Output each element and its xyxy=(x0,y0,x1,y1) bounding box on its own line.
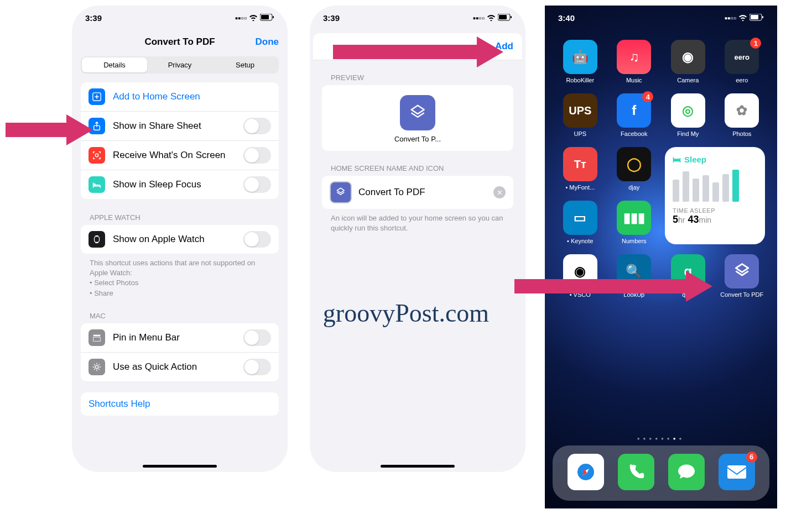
status-time: 3:39 xyxy=(323,13,340,23)
app-icon: ▮▮▮ xyxy=(617,201,651,235)
dock-messages[interactable] xyxy=(668,454,705,493)
status-bar: 3:39 ▪▪▫▫ xyxy=(310,6,525,30)
receive-toggle[interactable] xyxy=(243,147,271,164)
app-label: eero xyxy=(719,77,766,83)
apple-watch-row[interactable]: Show on Apple Watch xyxy=(81,225,279,254)
sleep-label: Show in Sleep Focus xyxy=(113,179,236,190)
status-bar: 3:39 ▪▪▫▫ xyxy=(72,6,288,30)
add-button[interactable]: Add xyxy=(495,41,513,52)
status-bar: 3:40 ▪▪▫▫ xyxy=(545,6,777,30)
share-sheet-row[interactable]: Show in Share Sheet xyxy=(81,112,279,141)
app-music[interactable]: ♫Music xyxy=(611,40,658,83)
receive-row[interactable]: Receive What's On Screen xyxy=(81,141,279,170)
quick-toggle[interactable] xyxy=(243,359,271,375)
menubar-icon xyxy=(89,329,105,346)
sleep-toggle[interactable] xyxy=(243,176,271,193)
app-eero[interactable]: eero1eero xyxy=(719,40,766,83)
done-button[interactable]: Done xyxy=(256,36,279,48)
sleep-focus-row[interactable]: Show in Sleep Focus xyxy=(81,170,279,199)
name-header: HOME SCREEN NAME AND ICON xyxy=(313,161,522,176)
badge: 1 xyxy=(750,38,761,49)
app-photos[interactable]: ✿Photos xyxy=(719,93,766,137)
svg-rect-2 xyxy=(273,16,274,18)
app-djay[interactable]: ◯djay xyxy=(611,147,658,191)
app-icon: Tт xyxy=(563,147,597,181)
share-toggle[interactable] xyxy=(243,118,271,134)
phone-icon xyxy=(618,454,654,490)
segmented-control[interactable]: Details Privacy Setup xyxy=(81,56,279,74)
watch-icon xyxy=(89,231,105,248)
help-list: Shortcuts Help xyxy=(81,392,279,416)
app-label: UPS xyxy=(557,130,603,137)
watch-label: Show on Apple Watch xyxy=(113,234,236,245)
battery-icon xyxy=(498,13,512,23)
app-label: • VSCO xyxy=(557,291,603,298)
app-icon: ◯ xyxy=(617,147,651,181)
battery-icon xyxy=(749,13,764,23)
status-indicators: ▪▪▫▫ xyxy=(235,13,274,23)
name-list: Convert To PDF ✕ xyxy=(322,176,513,209)
app-numbers[interactable]: ▮▮▮Numbers xyxy=(611,201,658,244)
app-vsco[interactable]: ◉• VSCO xyxy=(557,254,603,298)
tab-setup[interactable]: Setup xyxy=(212,57,278,72)
dock: 6 xyxy=(553,445,769,501)
mac-list: Pin in Menu Bar Use as Quick Action xyxy=(81,323,279,381)
tab-details[interactable]: Details xyxy=(82,57,147,72)
app-icon xyxy=(725,254,759,289)
app-ups[interactable]: UPSUPS xyxy=(557,93,603,137)
clear-button[interactable]: ✕ xyxy=(493,186,506,198)
wifi-icon xyxy=(249,13,258,23)
app-facebook[interactable]: f4Facebook xyxy=(611,93,658,137)
help-label: Shortcuts Help xyxy=(89,398,271,410)
app-icon: q xyxy=(671,254,705,289)
sheet-header: Add xyxy=(313,33,522,60)
safari-icon xyxy=(568,454,604,490)
phone-details-screen: 3:39 ▪▪▫▫ Convert To PDF Done Details Pr… xyxy=(72,6,288,472)
sleep-widget[interactable]: 🛏 SleepTIME ASLEEP5hr 43min xyxy=(665,147,765,244)
watch-toggle[interactable] xyxy=(243,231,271,248)
badge: 6 xyxy=(746,452,757,463)
signal-icon: ▪▪▫▫ xyxy=(473,13,485,23)
app-icon: f4 xyxy=(617,93,651,128)
app-icon: ▭ xyxy=(563,201,597,235)
dock-safari[interactable] xyxy=(568,454,604,493)
name-row[interactable]: Convert To PDF ✕ xyxy=(322,176,513,209)
app-robokiller[interactable]: 🤖RoboKiller xyxy=(557,40,603,83)
help-row[interactable]: Shortcuts Help xyxy=(81,392,279,416)
app-convert-to-pdf[interactable]: Convert To PDF xyxy=(719,254,766,298)
app-camera[interactable]: ◉Camera xyxy=(665,40,711,83)
pin-menubar-row[interactable]: Pin in Menu Bar xyxy=(81,323,279,353)
dock-phone[interactable] xyxy=(618,454,654,493)
svg-rect-7 xyxy=(95,237,100,243)
wifi-icon xyxy=(487,13,496,23)
add-to-home-row[interactable]: Add to Home Screen xyxy=(81,82,279,112)
quick-action-row[interactable]: Use as Quick Action xyxy=(81,353,279,381)
svg-rect-8 xyxy=(93,334,101,336)
app-lookup[interactable]: 🔍LookUp xyxy=(611,254,658,298)
app-label: Music xyxy=(611,77,658,83)
home-indicator[interactable] xyxy=(381,465,455,468)
app-label: RoboKiller xyxy=(557,77,603,83)
app-find-my[interactable]: ◎Find My xyxy=(665,93,711,137)
svg-rect-13 xyxy=(511,16,512,18)
page-indicator[interactable]: ●●●●●●●● xyxy=(545,436,777,441)
app-myfont-[interactable]: Tт• MyFont... xyxy=(557,147,603,191)
watch-header: APPLE WATCH xyxy=(72,210,288,225)
svg-point-6 xyxy=(94,183,96,185)
name-input[interactable]: Convert To PDF xyxy=(358,187,487,198)
app-quip[interactable]: qquip xyxy=(665,254,711,298)
dock-mail[interactable]: 6 xyxy=(719,454,755,493)
app-icon: ◎ xyxy=(671,93,705,128)
name-shortcut-icon[interactable] xyxy=(330,181,352,203)
details-list: Add to Home Screen Show in Share Sheet R… xyxy=(81,82,279,199)
messages-icon xyxy=(668,454,705,490)
svg-point-10 xyxy=(95,365,98,368)
gear-icon xyxy=(89,359,105,375)
tab-privacy[interactable]: Privacy xyxy=(147,57,212,72)
app-label: Convert To PDF xyxy=(719,291,766,298)
home-indicator[interactable] xyxy=(143,465,217,468)
bed-icon xyxy=(89,176,105,193)
phone-add-to-home-screen: 3:39 ▪▪▫▫ Add PREVIEW Convert To P... HO… xyxy=(310,6,525,472)
app-keynote[interactable]: ▭• Keynote xyxy=(557,201,603,244)
pin-toggle[interactable] xyxy=(243,329,271,346)
